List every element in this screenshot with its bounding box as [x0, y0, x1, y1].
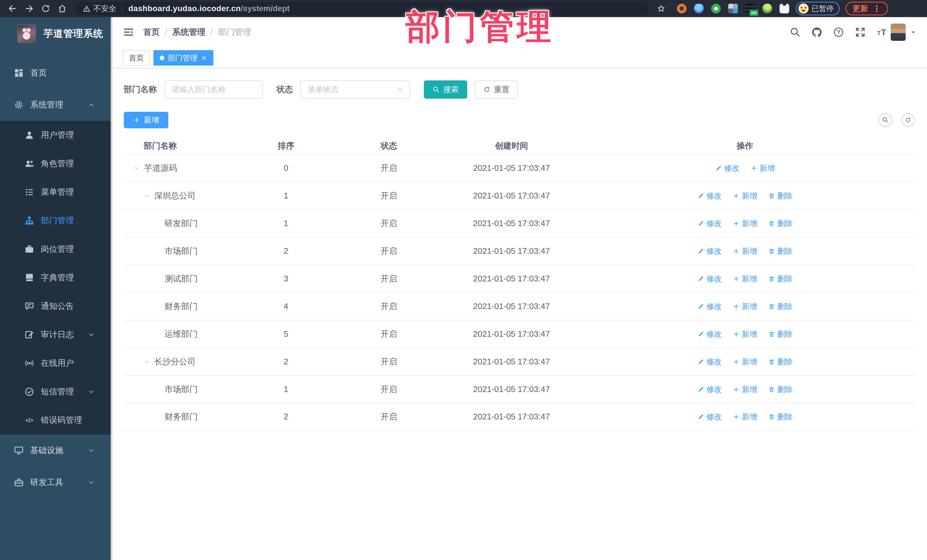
delete-action[interactable]: 删除 — [768, 412, 793, 422]
add-action[interactable]: 新增 — [733, 246, 757, 256]
sidebar-item-部门管理[interactable]: 部门管理 — [0, 206, 112, 235]
browser-profile-chip[interactable]: 已暂停 — [796, 2, 840, 15]
delete-action[interactable]: 删除 — [768, 384, 793, 395]
edit-action[interactable]: 修改 — [698, 384, 722, 395]
chevron-down-icon[interactable] — [910, 29, 917, 36]
delete-action[interactable]: 删除 — [768, 301, 793, 312]
extension-orange[interactable] — [676, 3, 687, 14]
tree-expand-chevron-icon[interactable] — [143, 358, 150, 365]
sidebar-item-基础设施[interactable]: 基础设施 — [0, 434, 112, 466]
add-action[interactable]: 新增 — [751, 163, 775, 173]
sidebar-item-首页[interactable]: 首页 — [0, 57, 112, 89]
edit-action[interactable]: 修改 — [698, 301, 722, 312]
edit-action[interactable]: 修改 — [698, 412, 722, 422]
sidebar-item-角色管理[interactable]: 角色管理 — [0, 149, 112, 178]
add-action[interactable]: 新增 — [733, 412, 757, 422]
chevron-down-icon — [86, 388, 96, 396]
add-action[interactable]: 新增 — [733, 191, 757, 201]
add-action[interactable]: 新增 — [733, 329, 757, 339]
dept-name-cell: 市场部门 — [164, 384, 198, 395]
site-security-indicator[interactable]: 不安全 — [83, 3, 116, 14]
hamburger-icon[interactable] — [123, 26, 135, 38]
delete-action[interactable]: 删除 — [768, 219, 793, 229]
notice-icon — [24, 301, 35, 311]
chevron-down-icon — [397, 86, 404, 93]
sidebar-item-菜单管理[interactable]: 菜单管理 — [0, 178, 112, 206]
delete-action[interactable]: 删除 — [768, 329, 793, 339]
search-icon[interactable] — [790, 27, 801, 38]
add-action[interactable]: 新增 — [733, 357, 757, 367]
tab-部门管理[interactable]: 部门管理 — [153, 50, 213, 65]
search-button[interactable]: 搜索 — [424, 80, 467, 99]
add-action[interactable]: 新增 — [733, 301, 757, 312]
edit-action[interactable]: 修改 — [698, 219, 722, 229]
sidebar-item-岗位管理[interactable]: 岗位管理 — [0, 235, 112, 264]
browser-forward-button[interactable] — [22, 1, 36, 16]
sidebar-item-字典管理[interactable]: 字典管理 — [0, 264, 112, 292]
trash-icon — [768, 220, 775, 227]
close-icon[interactable] — [201, 55, 207, 61]
actions-cell: 修改新增删除 — [575, 246, 915, 256]
extension-grid[interactable] — [727, 3, 739, 14]
sidebar-item-短信管理[interactable]: 短信管理 — [0, 378, 112, 406]
sidebar-item-审计日志[interactable]: 审计日志 — [0, 320, 112, 349]
extension-green-person[interactable] — [761, 3, 773, 14]
extension-blue[interactable] — [693, 3, 705, 14]
tab-首页[interactable]: 首页 — [123, 50, 150, 65]
show-search-toggle-button[interactable] — [878, 113, 892, 127]
delete-action[interactable]: 删除 — [768, 246, 793, 256]
edit-action[interactable]: 修改 — [698, 329, 722, 339]
edit-action[interactable]: 修改 — [698, 246, 722, 256]
browser-back-button[interactable] — [5, 1, 20, 16]
browser-home-button[interactable] — [55, 1, 70, 16]
page-content: 部门名称 状态 菜单状态 搜索 重置 — [112, 68, 927, 560]
address-bar[interactable]: 不安全 dashboard.yudao.iocoder.cn/system/de… — [75, 2, 649, 15]
tree-expand-chevron-icon[interactable] — [133, 165, 140, 171]
user-avatar[interactable] — [891, 23, 906, 41]
font-size-icon[interactable]: TT — [876, 27, 887, 38]
github-icon[interactable] — [811, 27, 823, 38]
delete-action[interactable]: 删除 — [768, 357, 793, 367]
create-time-cell: 2021-01-05 17:03:47 — [448, 274, 575, 284]
add-button[interactable]: 新增 — [124, 112, 168, 128]
active-tab-dot — [160, 56, 164, 60]
edit-action[interactable]: 修改 — [698, 191, 722, 201]
sidebar-item-错误码管理[interactable]: </>错误码管理 — [0, 406, 112, 434]
tab-label: 首页 — [129, 53, 144, 63]
pencil-icon — [698, 413, 704, 420]
sidebar-item-label: 在线用户 — [41, 358, 74, 369]
sidebar-item-在线用户[interactable]: 在线用户 — [0, 349, 112, 378]
sidebar-item-研发工具[interactable]: 研发工具 — [0, 466, 112, 498]
breadcrumb-item-首页[interactable]: 首页 — [143, 27, 172, 38]
actions-cell: 修改新增删除 — [575, 412, 915, 422]
bookmark-star-button[interactable] — [654, 1, 669, 16]
svg-text:?: ? — [837, 29, 840, 35]
browser-reload-button[interactable] — [38, 1, 53, 16]
delete-action[interactable]: 删除 — [768, 274, 793, 284]
help-icon[interactable]: ? — [833, 27, 844, 38]
edit-action[interactable]: 修改 — [698, 357, 722, 367]
sidebar-item-通知公告[interactable]: 通知公告 — [0, 292, 112, 320]
add-action[interactable]: 新增 — [733, 274, 757, 284]
extension-green-check[interactable] — [710, 3, 722, 14]
add-action[interactable]: 新增 — [733, 219, 757, 229]
edit-action[interactable]: 修改 — [715, 163, 740, 173]
extension-switch-on[interactable]: on — [745, 3, 756, 14]
extensions-puzzle-button[interactable] — [779, 3, 790, 14]
sidebar-item-系统管理[interactable]: 系统管理 — [0, 89, 112, 121]
status-select[interactable]: 菜单状态 — [300, 80, 410, 99]
browser-update-button[interactable]: 更新 ⋮ — [845, 2, 888, 15]
reset-button[interactable]: 重置 — [475, 80, 518, 99]
refresh-table-button[interactable] — [901, 113, 915, 127]
add-action[interactable]: 新增 — [733, 384, 757, 395]
table-row: 运维部门5开启2021-01-05 17:03:47修改新增删除 — [124, 320, 915, 348]
sidebar-item-用户管理[interactable]: 用户管理 — [0, 121, 112, 149]
breadcrumb-item-系统管理[interactable]: 系统管理 — [172, 27, 218, 38]
fullscreen-icon[interactable] — [854, 27, 866, 38]
sidebar-menu: 首页系统管理用户管理角色管理菜单管理部门管理岗位管理字典管理通知公告审计日志在线… — [0, 57, 112, 498]
dept-name-input[interactable] — [164, 80, 263, 99]
app-logo-row[interactable]: 芋道管理系统 — [0, 17, 112, 50]
delete-action[interactable]: 删除 — [768, 191, 793, 201]
tree-expand-chevron-icon[interactable] — [143, 193, 150, 199]
edit-action[interactable]: 修改 — [698, 274, 722, 284]
